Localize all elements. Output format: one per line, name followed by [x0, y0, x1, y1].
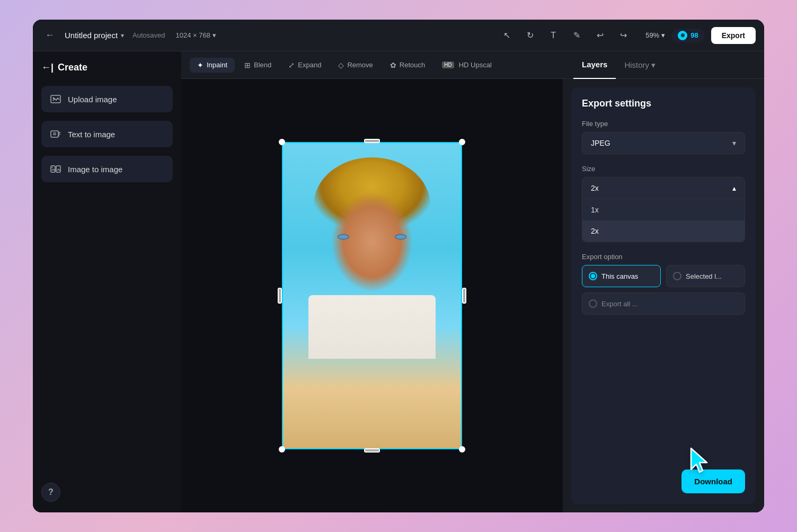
- tab-upscal[interactable]: HD HD Upscal: [435, 58, 499, 72]
- sidebar-back-icon: ←|: [41, 62, 54, 73]
- upload-image-icon: [50, 93, 61, 105]
- sidebar-title: Create: [58, 62, 87, 73]
- tool-buttons: ↖ ↻ T ✎ ↩ ↪: [499, 28, 631, 43]
- tab-blend-label: Blend: [254, 61, 271, 69]
- pen-tool-button[interactable]: ✎: [569, 28, 584, 43]
- handle-top-left[interactable]: [279, 139, 285, 145]
- tool-toolbar: ✦ Inpaint ⊞ Blend ⤢ Expand ◇ Remove ✿: [181, 51, 563, 79]
- image-to-image-label: Image to image: [68, 165, 122, 174]
- history-tab-label: History: [624, 60, 649, 69]
- handle-mid-right[interactable]: [462, 288, 466, 304]
- text-tool-button[interactable]: T: [546, 28, 561, 43]
- handle-top-right[interactable]: [459, 139, 465, 145]
- export-option-label: Export option: [582, 253, 745, 261]
- tab-blend[interactable]: ⊞ Blend: [237, 58, 279, 73]
- export-options-row: This canvas Selected l...: [582, 265, 745, 287]
- size-label: Size: [582, 165, 745, 173]
- credits-value: 98: [690, 31, 698, 39]
- undo-button[interactable]: ↩: [592, 28, 607, 43]
- back-button[interactable]: ←: [41, 27, 58, 44]
- expand-icon: ⤢: [288, 61, 295, 69]
- file-type-select[interactable]: JPEG ▾: [582, 132, 745, 154]
- redo-button[interactable]: ↪: [616, 28, 631, 43]
- size-dropdown: 2x ▴ 1x 2x: [582, 177, 745, 242]
- upload-image-label: Upload image: [68, 95, 117, 104]
- handle-bottom-right[interactable]: [459, 446, 465, 453]
- inpaint-icon: ✦: [197, 61, 203, 69]
- text-to-image-button[interactable]: Text to image: [41, 121, 173, 147]
- layers-tab-label: Layers: [582, 60, 607, 69]
- export-settings-title: Export settings: [582, 98, 745, 109]
- size-2x-label: 2x: [591, 227, 599, 235]
- handle-top-mid[interactable]: [364, 139, 380, 143]
- cursor-pointer: [687, 446, 713, 477]
- file-type-label: File type: [582, 120, 745, 128]
- tab-layers[interactable]: Layers: [573, 51, 616, 79]
- rotate-tool-button[interactable]: ↻: [523, 28, 537, 43]
- size-select-header[interactable]: 2x ▴: [582, 178, 745, 199]
- text-to-image-label: Text to image: [68, 130, 115, 139]
- handle-bottom-mid[interactable]: [364, 448, 380, 453]
- tab-history[interactable]: History ▾: [616, 51, 664, 79]
- project-title: Untitled project: [65, 31, 118, 40]
- export-all-option[interactable]: Export all ...: [582, 292, 745, 315]
- credit-icon: ⊕: [678, 31, 687, 40]
- tab-upscal-label: HD Upscal: [459, 61, 492, 69]
- selected-option[interactable]: Selected l...: [666, 265, 745, 287]
- image-to-image-icon: [50, 163, 61, 175]
- export-all-radio: [589, 299, 597, 308]
- project-dropdown-icon: ▾: [121, 32, 124, 39]
- canvas-image: [282, 142, 462, 449]
- header: ← Untitled project ▾ Autosaved 1024 × 76…: [33, 20, 764, 51]
- help-button[interactable]: ?: [41, 483, 60, 502]
- size-option-2x[interactable]: 2x: [582, 220, 745, 242]
- canvas-area: ✦ Inpaint ⊞ Blend ⤢ Expand ◇ Remove ✿: [181, 51, 563, 512]
- file-type-field: File type JPEG ▾: [582, 120, 745, 154]
- dimensions-selector[interactable]: 1024 × 768 ▾: [176, 31, 216, 39]
- tab-inpaint[interactable]: ✦ Inpaint: [190, 58, 235, 73]
- main-content: ←| Create Upload image: [33, 51, 764, 512]
- tab-remove[interactable]: ◇ Remove: [331, 58, 380, 73]
- person-figure: [308, 157, 436, 359]
- this-canvas-option[interactable]: This canvas: [582, 265, 661, 287]
- tab-retouch[interactable]: ✿ Retouch: [383, 58, 432, 73]
- size-current-value: 2x: [591, 184, 599, 192]
- sidebar: ←| Create Upload image: [33, 51, 181, 512]
- svg-point-1: [53, 97, 55, 99]
- zoom-chevron: ▾: [661, 31, 665, 39]
- zoom-control[interactable]: 59% ▾: [645, 31, 665, 39]
- canvas-view[interactable]: [181, 79, 563, 512]
- tab-retouch-label: Retouch: [400, 61, 425, 69]
- image-to-image-button[interactable]: Image to image: [41, 156, 173, 182]
- dimensions-value: 1024 × 768: [176, 31, 210, 39]
- svg-point-5: [52, 167, 53, 168]
- tab-remove-label: Remove: [347, 61, 373, 69]
- size-option-1x[interactable]: 1x: [582, 199, 745, 220]
- tab-expand[interactable]: ⤢ Expand: [281, 58, 329, 73]
- right-eye: [395, 234, 406, 240]
- history-chevron: ▾: [651, 60, 656, 70]
- dimensions-chevron: ▾: [212, 31, 216, 39]
- zoom-value: 59%: [645, 31, 659, 39]
- remove-icon: ◇: [338, 61, 344, 69]
- canvas-container: [282, 142, 462, 449]
- sidebar-header: ←| Create: [41, 62, 173, 73]
- export-button[interactable]: Export: [711, 27, 756, 44]
- right-panel: Layers History ▾ Export settings File ty…: [563, 51, 764, 512]
- tab-expand-label: Expand: [298, 61, 321, 69]
- handle-bottom-left[interactable]: [279, 446, 285, 453]
- text-to-image-icon: [50, 128, 61, 140]
- selected-label: Selected l...: [686, 272, 722, 280]
- size-chevron-up: ▴: [732, 184, 736, 192]
- this-canvas-label: This canvas: [601, 272, 638, 280]
- handle-mid-left[interactable]: [278, 288, 282, 304]
- export-option-field: Export option This canvas Selected l...: [582, 253, 745, 315]
- size-field: Size 2x ▴ 1x 2x: [582, 165, 745, 242]
- shirt: [308, 295, 436, 359]
- face: [322, 189, 422, 295]
- download-row: Download: [582, 469, 745, 493]
- panel-header: Layers History ▾: [563, 51, 764, 79]
- select-tool-button[interactable]: ↖: [499, 28, 514, 43]
- project-title-group[interactable]: Untitled project ▾: [65, 31, 124, 40]
- upload-image-button[interactable]: Upload image: [41, 86, 173, 112]
